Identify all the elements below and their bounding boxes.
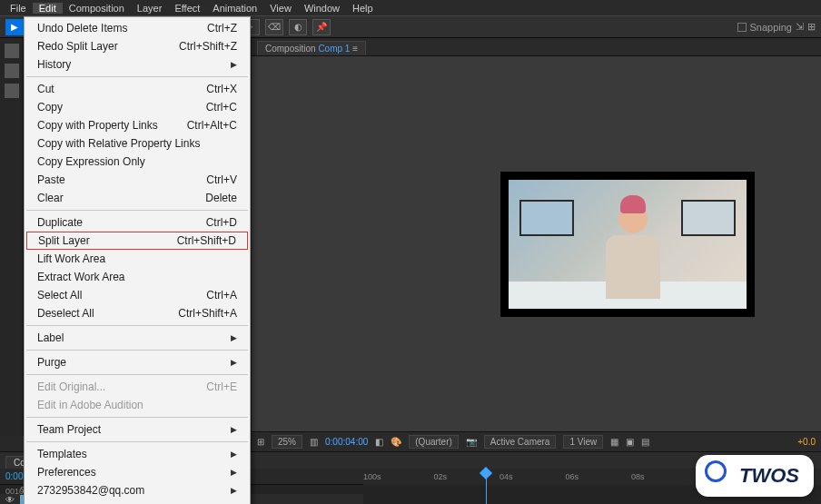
menu-item-split-layer[interactable]: Split LayerCtrl+Shift+D	[26, 232, 248, 250]
menu-item-label: Copy Expression Only	[37, 155, 145, 168]
grid-icon[interactable]: ⊞	[257, 437, 264, 447]
menu-separator	[26, 441, 248, 442]
snap-opt2-icon[interactable]: ⊞	[807, 21, 816, 33]
menu-item-label: Copy	[37, 101, 63, 114]
menu-item-label: Cut	[37, 83, 54, 95]
menu-item-undo-delete-items[interactable]: Undo Delete ItemsCtrl+Z	[25, 19, 250, 37]
composition-tab[interactable]: Composition Comp 1 ≡	[257, 41, 366, 55]
playhead-line	[486, 478, 487, 504]
exposure-value[interactable]: +0.0	[797, 437, 816, 447]
roto-brush-tool-icon[interactable]: ◐	[289, 19, 307, 35]
menu-item-shortcut: Ctrl+Z	[207, 22, 237, 35]
menu-item-label[interactable]: Label▶	[25, 329, 250, 347]
menu-separator	[26, 350, 248, 351]
menu-item-purge[interactable]: Purge▶	[25, 353, 250, 371]
selection-tool-icon[interactable]: ▶	[5, 19, 24, 35]
menu-item-redo-split-layer[interactable]: Redo Split LayerCtrl+Shift+Z	[25, 37, 250, 55]
snap-opt1-icon[interactable]: ⇲	[796, 21, 804, 33]
menu-item-label: Purge	[37, 356, 66, 369]
menu-item-shortcut: Ctrl+Shift+A	[178, 307, 237, 320]
menu-item-label: Copy with Relative Property Links	[37, 137, 200, 150]
menu-window[interactable]: Window	[298, 3, 346, 14]
menu-item-paste[interactable]: PasteCtrl+V	[25, 171, 250, 189]
menu-file[interactable]: File	[4, 3, 33, 14]
video-monitor-right	[681, 200, 736, 236]
menu-item-shortcut: Ctrl+A	[206, 289, 237, 301]
ruler-4: 08s	[631, 472, 645, 481]
menu-animation[interactable]: Animation	[206, 3, 263, 14]
menu-layer[interactable]: Layer	[131, 3, 169, 14]
camera-select[interactable]: Active Camera	[484, 435, 557, 449]
menu-item-label: Undo Delete Items	[37, 22, 127, 35]
comp-icon[interactable]	[5, 84, 19, 98]
ruler-1: 02s	[434, 472, 448, 481]
quality-select[interactable]: (Quarter)	[409, 435, 459, 449]
eraser-tool-icon[interactable]: ⌫	[265, 19, 283, 35]
menu-help[interactable]: Help	[346, 3, 380, 14]
menu-item-keyboard-shortcuts[interactable]: Keyboard ShortcutsCtrl+Alt+'	[25, 499, 250, 504]
menu-item-copy-with-relative-property-links[interactable]: Copy with Relative Property Links	[25, 134, 250, 153]
menu-item-shortcut: Ctrl+Shift+D	[177, 234, 236, 247]
puppet-tool-icon[interactable]: 📌	[312, 19, 331, 35]
menu-item-edit-in-adobe-audition: Edit in Adobe Audition	[25, 396, 250, 414]
view-select[interactable]: 1 View	[563, 435, 603, 449]
menu-item-history[interactable]: History▶	[25, 55, 250, 74]
snapping-checkbox-icon[interactable]	[737, 23, 747, 32]
menu-item-cut[interactable]: CutCtrl+X	[25, 80, 250, 98]
view-opt1-icon[interactable]: ▦	[610, 437, 618, 447]
video-monitor-left	[519, 200, 574, 236]
menu-item-label: Templates	[37, 448, 87, 460]
view-opt2-icon[interactable]: ▣	[626, 437, 634, 447]
menu-item-team-project[interactable]: Team Project▶	[25, 420, 250, 439]
composition-frame	[500, 172, 755, 317]
playhead-icon	[480, 467, 492, 479]
submenu-arrow-icon: ▶	[231, 486, 237, 495]
menu-item-label: Lift Work Area	[37, 252, 105, 265]
submenu-arrow-icon: ▶	[231, 468, 237, 477]
menu-composition[interactable]: Composition	[63, 3, 131, 14]
menu-edit[interactable]: Edit	[33, 3, 63, 14]
menu-item-clear[interactable]: ClearDelete	[25, 189, 250, 207]
video-person	[606, 204, 660, 300]
composition-viewer[interactable]	[252, 56, 821, 431]
snapping-toggle[interactable]: Snapping ⇲ ⊞	[737, 21, 816, 33]
video-person-body	[606, 235, 660, 299]
colormgmt-icon[interactable]: 🎨	[391, 437, 401, 447]
ruler-0: 100s	[363, 472, 381, 481]
menu-effect[interactable]: Effect	[168, 3, 206, 14]
menu-item-label: Team Project	[37, 423, 101, 436]
playhead[interactable]	[481, 469, 490, 504]
menu-item-label: Copy with Property Links	[37, 119, 158, 132]
menu-item-select-all[interactable]: Select AllCtrl+A	[25, 286, 250, 304]
watermark-text: TWOS	[739, 464, 799, 488]
menu-item-deselect-all[interactable]: Deselect AllCtrl+Shift+A	[25, 304, 250, 322]
menu-item-copy-with-property-links[interactable]: Copy with Property LinksCtrl+Alt+C	[25, 116, 250, 134]
footage-icon[interactable]	[5, 64, 19, 78]
menu-item-extract-work-area[interactable]: Extract Work Area	[25, 268, 250, 286]
zoom-select[interactable]: 25%	[272, 435, 302, 449]
tab-prefix: Composition	[265, 44, 316, 54]
menu-item-2732953842-qq-com[interactable]: 2732953842@qq.com▶	[25, 481, 250, 499]
video-person-head	[618, 204, 648, 233]
menu-item-label: Edit in Adobe Audition	[37, 399, 143, 411]
edit-menu-dropdown: Undo Delete ItemsCtrl+ZRedo Split LayerC…	[24, 16, 251, 504]
menu-item-shortcut: Ctrl+Shift+Z	[179, 40, 237, 53]
folder-icon[interactable]	[5, 44, 19, 58]
project-panel	[0, 38, 24, 451]
menu-item-templates[interactable]: Templates▶	[25, 445, 250, 463]
mask-icon[interactable]: ◧	[375, 437, 383, 447]
footer-timecode[interactable]: 0:00:04:00	[325, 437, 368, 447]
menu-item-lift-work-area[interactable]: Lift Work Area	[25, 250, 250, 268]
camera-dropdown-icon[interactable]: 📷	[466, 437, 477, 447]
menu-item-preferences[interactable]: Preferences▶	[25, 463, 250, 481]
menu-item-duplicate[interactable]: DuplicateCtrl+D	[25, 213, 250, 232]
menu-view[interactable]: View	[263, 3, 298, 14]
menu-item-copy-expression-only[interactable]: Copy Expression Only	[25, 153, 250, 171]
menu-item-copy[interactable]: CopyCtrl+C	[25, 98, 250, 116]
view-opt3-icon[interactable]: ▤	[641, 437, 649, 447]
menu-item-label: Extract Work Area	[37, 271, 124, 283]
menu-item-shortcut: Ctrl+D	[206, 216, 237, 229]
res-icon[interactable]: ▥	[310, 437, 318, 447]
composition-tabs: Composition Comp 1 ≡	[252, 38, 821, 56]
eye-icon[interactable]: 👁	[5, 495, 15, 505]
